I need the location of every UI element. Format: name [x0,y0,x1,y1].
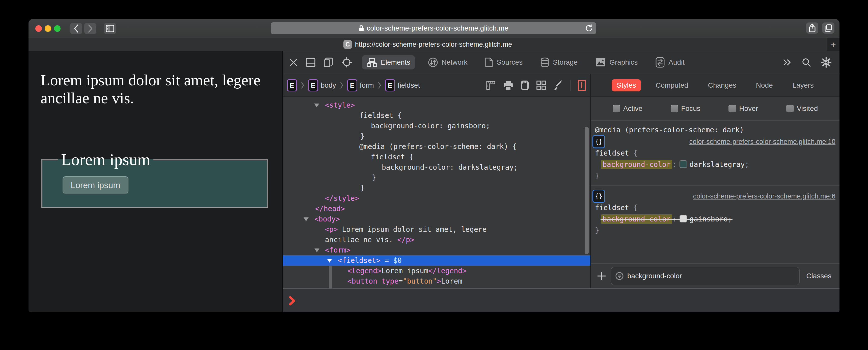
more-tabs-icon[interactable] [783,59,792,66]
inspector-tab-audit[interactable]: Audit [651,55,689,70]
rule-selector-line[interactable]: fieldset { [591,148,839,158]
dock-side-icon[interactable] [323,57,334,67]
reload-icon[interactable] [585,24,593,33]
breadcrumb-item-fieldset[interactable]: Efieldset [385,79,420,91]
tab-overview-button[interactable] [822,23,834,34]
styles-tab-node[interactable]: Node [751,79,778,91]
close-inspector-icon[interactable] [289,58,298,67]
breadcrumb-item-body[interactable]: Ebody [308,79,336,91]
back-button[interactable] [70,23,82,34]
breadcrumb-bar: EEbodyEformEfieldset [283,74,590,97]
rule-declaration[interactable]: background-color:darkslategray; [591,158,839,171]
dom-tree-row[interactable]: background-color: gainsboro; [283,121,590,131]
dom-tree-row-selected[interactable]: <fieldset> = $0 [283,255,590,266]
search-icon[interactable] [802,58,811,67]
dom-tree-row[interactable]: <legend>Lorem ipsum</legend> [283,266,590,276]
minimize-window-button[interactable] [45,25,51,32]
dom-tree-row[interactable]: ipsum</button> [283,286,590,288]
pseudo-class-toggles: ActiveFocusHoverVisited [591,97,839,121]
rule-braces-badge-icon[interactable]: {} [592,189,605,203]
console-prompt-row[interactable] [283,288,839,312]
settings-gear-icon[interactable] [821,57,831,68]
dom-tree-row[interactable]: <form> [283,245,590,255]
page-button[interactable]: Lorem ipsum [63,176,128,194]
code-token-plain: fieldset { [371,153,413,161]
color-swatch[interactable] [680,215,687,223]
browser-tab[interactable]: C https://color-scheme-prefers-color-sch… [29,38,827,51]
declaration-value: gainsboro [690,215,728,223]
dom-tree-row[interactable]: <button type="button">Lorem [283,276,590,286]
inspector-tab-elements[interactable]: Elements [362,55,415,69]
disclosure-triangle-icon[interactable] [314,104,319,107]
dom-tree-row[interactable]: </head> [283,204,590,214]
inspector-tab-label: Storage [553,58,578,66]
inspector-tab-network[interactable]: Network [424,55,472,70]
dom-tree-row[interactable]: <style> [283,100,590,110]
dom-tree-row[interactable]: @media (prefers-color-scheme: dark) { [283,141,590,152]
rule-source-link[interactable]: color-scheme-prefers-color-scheme.glitch… [693,193,835,200]
inspector-tab-storage[interactable]: Storage [536,55,582,70]
rule-braces-badge-icon[interactable]: {} [592,135,605,148]
media-query-label: @media (prefers-color-scheme: dark) [591,125,839,135]
code-token-text: ancillae ne vis. [325,236,397,244]
pseudo-toggle-visited[interactable]: Visited [786,105,818,113]
zoom-window-button[interactable] [54,25,61,32]
paint-flashing-icon[interactable] [553,80,563,90]
styles-tab-computed[interactable]: Computed [651,79,693,91]
checkbox-visited[interactable] [786,105,794,112]
color-swatch[interactable] [680,161,687,168]
pseudo-toggle-active[interactable]: Active [613,105,643,113]
dom-tree-row[interactable]: } [283,131,590,141]
dom-tree-row[interactable]: <body> [283,214,590,224]
element-badge: E [385,79,395,91]
inspector-tab-sources[interactable]: Sources [480,55,527,70]
print-styles-icon[interactable] [503,80,514,90]
css-rules-list: @media (prefers-color-scheme: dark){}col… [591,121,839,263]
dom-tree-row[interactable]: fieldset { [283,152,590,162]
breadcrumb-item-form[interactable]: Eform [347,79,374,91]
styles-filter-value: background-color [627,272,682,280]
disclosure-triangle-icon[interactable] [327,259,332,263]
styles-tab-layers[interactable]: Layers [787,79,819,91]
rule-selector-line[interactable]: fieldset { [591,203,839,213]
dom-tree-row[interactable]: ancillae ne vis. </p> [283,235,590,245]
inspector-tab-graphics[interactable]: Graphics [591,56,642,69]
tabs-overview-icon [824,24,832,32]
page-fieldset-legend: Lorem ipsum [58,150,153,169]
element-overlay-icon[interactable] [578,80,586,91]
device-settings-icon[interactable] [521,80,529,91]
close-window-button[interactable] [35,25,42,32]
breadcrumb-item-element[interactable]: E [287,79,297,91]
forward-button[interactable] [84,23,96,34]
dom-tree-row[interactable]: fieldset { [283,110,590,121]
ruler-icon[interactable] [486,80,496,90]
new-tab-button[interactable]: + [827,38,839,51]
dom-tree-row[interactable]: </style> [283,193,590,204]
dom-tree-row[interactable]: } [283,183,590,193]
dom-tree-row[interactable]: background-color: darkslategray; [283,162,590,173]
classes-toggle[interactable]: Classes [804,272,833,280]
checkbox-hover[interactable] [728,105,736,112]
dom-tree-row[interactable]: <p> Lorem ipsum dolor sit amet, legere [283,224,590,235]
styles-tab-styles[interactable]: Styles [612,79,641,91]
checkbox-focus[interactable] [671,105,678,112]
checkbox-active[interactable] [613,105,620,112]
css-rule: @media (prefers-color-scheme: dark){}col… [591,125,839,181]
sidebar-toggle-button[interactable] [104,23,116,34]
dom-tree-row[interactable]: } [283,173,590,183]
element-picker-icon[interactable] [341,57,352,68]
new-rule-plus-icon[interactable] [597,271,606,281]
dock-bottom-icon[interactable] [306,58,316,67]
rule-declaration[interactable]: background-color:gainsboro; [591,213,839,225]
styles-tab-changes[interactable]: Changes [703,79,741,91]
rule-source-link[interactable]: color-scheme-prefers-color-scheme.glitch… [689,138,835,146]
disclosure-triangle-icon[interactable] [314,249,319,252]
styles-filter-input[interactable]: background-color [611,267,800,285]
address-bar[interactable]: color-scheme-prefers-color-scheme.glitch… [271,22,596,34]
breadcrumb-label: body [321,81,336,89]
pseudo-toggle-hover[interactable]: Hover [728,105,758,113]
disclosure-triangle-icon[interactable] [304,217,309,221]
share-button[interactable] [806,23,818,34]
layout-grid-icon[interactable] [536,80,546,90]
pseudo-toggle-focus[interactable]: Focus [671,105,701,113]
